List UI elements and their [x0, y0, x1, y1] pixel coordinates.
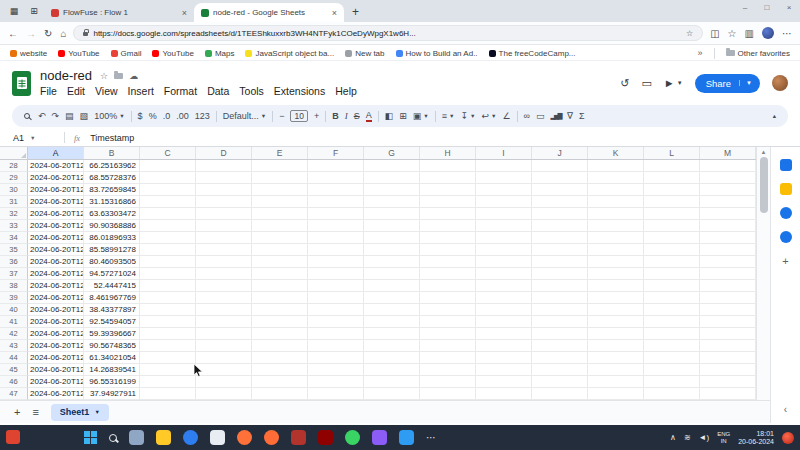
borders-icon[interactable]: ⊞ — [399, 111, 407, 121]
cell-empty[interactable] — [644, 352, 700, 364]
account-avatar[interactable] — [772, 75, 788, 91]
cell-b38[interactable]: 52.4447415 — [84, 280, 140, 292]
cell-empty[interactable] — [364, 256, 420, 268]
insert-link-icon[interactable]: ∞ — [524, 111, 530, 121]
cell-empty[interactable] — [644, 256, 700, 268]
cell-empty[interactable] — [700, 172, 756, 184]
cell-a34[interactable]: 2024-06-20T12: — [28, 232, 84, 244]
cell-empty[interactable] — [476, 292, 532, 304]
workspace-icon[interactable]: ▦ — [6, 3, 22, 19]
toolbar-search-icon[interactable] — [24, 113, 30, 119]
cell-b36[interactable]: 80.46093505 — [84, 256, 140, 268]
menu-format[interactable]: Format — [159, 84, 202, 98]
cell-empty[interactable] — [196, 292, 252, 304]
cell-b37[interactable]: 94.57271024 — [84, 268, 140, 280]
taskbar-postman-icon[interactable] — [264, 430, 279, 445]
cell-empty[interactable] — [588, 196, 644, 208]
cell-empty[interactable] — [532, 388, 588, 400]
column-header-h[interactable]: H — [420, 147, 476, 159]
row-header-32[interactable]: 32 — [0, 208, 28, 220]
refresh-icon[interactable]: ↻ — [44, 28, 52, 39]
cell-empty[interactable] — [588, 280, 644, 292]
cell-empty[interactable] — [140, 340, 196, 352]
cell-empty[interactable] — [252, 208, 308, 220]
cell-empty[interactable] — [644, 304, 700, 316]
cell-empty[interactable] — [420, 316, 476, 328]
cell-empty[interactable] — [252, 340, 308, 352]
cell-empty[interactable] — [644, 280, 700, 292]
cell-empty[interactable] — [196, 280, 252, 292]
cell-empty[interactable] — [532, 208, 588, 220]
cell-empty[interactable] — [308, 244, 364, 256]
tray-app-icon[interactable] — [782, 432, 794, 444]
cell-empty[interactable] — [700, 352, 756, 364]
bookmark-item[interactable]: JavaScript object ba... — [245, 49, 334, 58]
cell-empty[interactable] — [196, 184, 252, 196]
collapse-side-panel-icon[interactable]: ‹ — [784, 404, 787, 415]
cell-empty[interactable] — [700, 232, 756, 244]
cell-empty[interactable] — [700, 160, 756, 172]
text-rotation-icon[interactable]: ∠ — [502, 111, 510, 121]
increase-decimal-icon[interactable]: .00 — [176, 111, 189, 121]
cell-empty[interactable] — [252, 316, 308, 328]
add-favorite-icon[interactable]: ☆ — [686, 29, 693, 38]
cell-empty[interactable] — [700, 292, 756, 304]
select-all-corner[interactable] — [0, 147, 28, 159]
cell-empty[interactable] — [196, 244, 252, 256]
cell-empty[interactable] — [644, 328, 700, 340]
cell-empty[interactable] — [700, 388, 756, 400]
increase-font-size-icon[interactable]: + — [314, 111, 319, 121]
cell-empty[interactable] — [420, 292, 476, 304]
cell-empty[interactable] — [476, 244, 532, 256]
cell-empty[interactable] — [588, 268, 644, 280]
cell-b32[interactable]: 63.63303472 — [84, 208, 140, 220]
cell-empty[interactable] — [644, 244, 700, 256]
column-header-g[interactable]: G — [364, 147, 420, 159]
row-header-40[interactable]: 40 — [0, 304, 28, 316]
undo-icon[interactable]: ↶ — [38, 111, 46, 121]
minimize-icon[interactable]: – — [734, 0, 756, 15]
cell-empty[interactable] — [700, 244, 756, 256]
cell-b46[interactable]: 96.55316199 — [84, 376, 140, 388]
cell-empty[interactable] — [364, 352, 420, 364]
cell-b35[interactable]: 85.58991278 — [84, 244, 140, 256]
row-header-45[interactable]: 45 — [0, 364, 28, 376]
keep-icon[interactable] — [780, 183, 792, 195]
cell-empty[interactable] — [308, 328, 364, 340]
cell-empty[interactable] — [532, 220, 588, 232]
cell-empty[interactable] — [476, 184, 532, 196]
cell-empty[interactable] — [252, 328, 308, 340]
format-currency-icon[interactable]: $ — [138, 111, 143, 121]
row-header-37[interactable]: 37 — [0, 268, 28, 280]
calendar-icon[interactable] — [780, 159, 792, 171]
column-header-i[interactable]: I — [476, 147, 532, 159]
cell-empty[interactable] — [700, 304, 756, 316]
cell-empty[interactable] — [140, 328, 196, 340]
sheets-logo-icon[interactable] — [12, 71, 31, 96]
taskbar-task-view-icon[interactable] — [129, 430, 144, 445]
cell-empty[interactable] — [140, 364, 196, 376]
cell-empty[interactable] — [588, 244, 644, 256]
taskbar-file-explorer-icon[interactable] — [156, 430, 171, 445]
paint-format-icon[interactable]: ▧ — [80, 111, 89, 121]
cell-empty[interactable] — [588, 316, 644, 328]
cell-empty[interactable] — [252, 160, 308, 172]
volume-icon[interactable]: ◄) — [699, 433, 710, 442]
chevron-down-icon[interactable]: ▼ — [739, 80, 760, 86]
cell-empty[interactable] — [252, 196, 308, 208]
cell-empty[interactable] — [308, 268, 364, 280]
taskbar-app-purple-icon[interactable] — [372, 430, 387, 445]
cell-b43[interactable]: 90.56748365 — [84, 340, 140, 352]
more-bookmarks-icon[interactable]: » — [698, 48, 703, 58]
cell-empty[interactable] — [644, 160, 700, 172]
horizontal-align-icon[interactable]: ≡▼ — [442, 111, 455, 121]
row-header-29[interactable]: 29 — [0, 172, 28, 184]
scrollbar-thumb[interactable] — [760, 157, 768, 213]
cell-a44[interactable]: 2024-06-20T12: — [28, 352, 84, 364]
cell-empty[interactable] — [644, 184, 700, 196]
cell-empty[interactable] — [196, 340, 252, 352]
functions-icon[interactable]: Σ — [579, 111, 585, 121]
cell-empty[interactable] — [364, 160, 420, 172]
cell-empty[interactable] — [252, 352, 308, 364]
cell-b30[interactable]: 83.72659845 — [84, 184, 140, 196]
